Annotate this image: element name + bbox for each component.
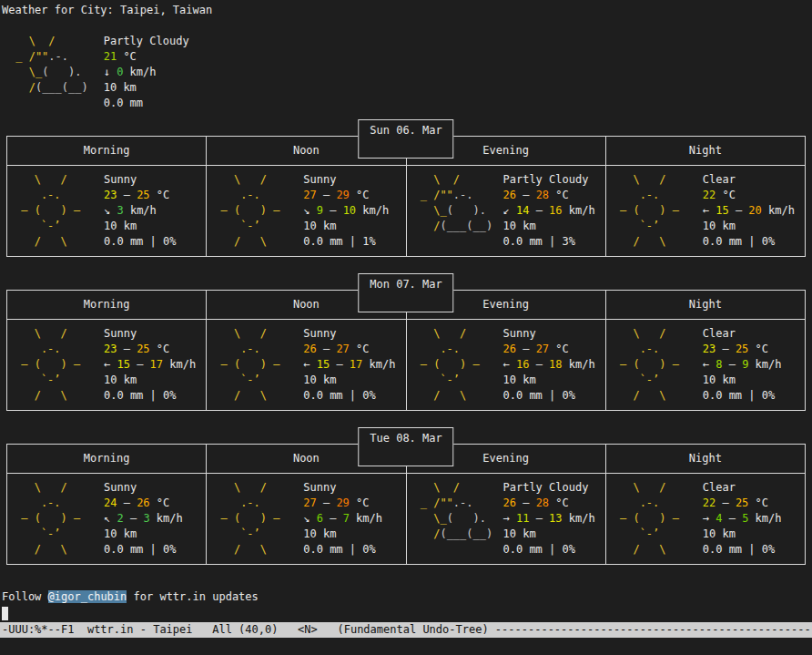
sunny-icon: \ / .-. – ( ) – `-’ / \: [214, 172, 296, 250]
forecast-row: \ / .-. – ( ) – `-’ / \ Sunny 23 – 25 °C…: [7, 166, 805, 256]
visibility-line: 10 km: [104, 373, 196, 388]
date-box: Sun 06. Mar: [358, 119, 453, 159]
visibility-line: 10 km: [104, 219, 176, 234]
temperature-line: 26 – 27 °C: [303, 342, 395, 357]
precipitation-line: 0.0 mm | 0%: [703, 388, 782, 404]
precipitation-line: 0.0 mm | 0%: [303, 542, 382, 558]
partly-cloudy-icon: \ / _ /"".-. \_( ). /(___(__): [9, 34, 88, 111]
condition-text: Sunny: [303, 326, 395, 342]
text-cursor: [2, 607, 8, 620]
forecast-cell-evening: \ / .-. – ( ) – `-’ / \ Sunny 26 – 27 °C…: [407, 320, 606, 410]
visibility-line: 10 km: [503, 219, 595, 234]
column-header-morning: Morning: [7, 445, 207, 473]
follow-line: Follow @igor_chubin for wttr.in updates: [2, 589, 810, 605]
precipitation-line: 0.0 mm | 3%: [503, 234, 595, 250]
weather-details: Clear 23 – 25 °C ← 8 – 9 km/h 10 km 0.0 …: [703, 326, 782, 404]
weather-details: Sunny 27 – 29 °C ↘ 9 – 10 km/h 10 km 0.0…: [303, 172, 389, 250]
clear-icon: \ / .-. – ( ) – `-’ / \: [614, 172, 695, 250]
temperature-line: 27 – 29 °C: [303, 496, 382, 511]
temperature-line: 22 °C: [703, 188, 795, 203]
weather-details: Clear 22 °C ← 15 – 20 km/h 10 km 0.0 mm …: [703, 172, 795, 250]
date-label: Sun 06. Mar: [370, 124, 442, 137]
date-label: Mon 07. Mar: [370, 278, 442, 291]
condition-text: Partly Cloudy: [104, 34, 189, 49]
precipitation-line: 0.0 mm | 0%: [104, 234, 176, 250]
column-header-night: Night: [606, 445, 805, 473]
temperature-line: 27 – 29 °C: [303, 188, 389, 203]
weather-details: Partly Cloudy 26 – 28 °C → 11 – 13 km/h …: [503, 480, 595, 558]
temperature-line: 26 – 27 °C: [503, 342, 595, 357]
visibility-line: 10 km: [703, 219, 795, 234]
forecast-cell-night: \ / .-. – ( ) – `-’ / \ Clear 22 °C ← 15…: [606, 166, 805, 256]
precipitation-line: 0.0 mm | 0%: [703, 234, 795, 250]
condition-text: Partly Cloudy: [503, 480, 595, 496]
weather-details: Sunny 26 – 27 °C ← 16 – 18 km/h 10 km 0.…: [503, 326, 595, 404]
sunny-icon: \ / .-. – ( ) – `-’ / \: [414, 326, 496, 404]
weather-details: Sunny 23 – 25 °C ↘ 3 km/h 10 km 0.0 mm |…: [104, 172, 176, 250]
wind-line: ← 15 – 17 km/h: [104, 357, 196, 373]
forecast-cell-noon: \ / .-. – ( ) – `-’ / \ Sunny 27 – 29 °C…: [207, 166, 406, 256]
condition-text: Clear: [703, 172, 795, 188]
emacs-modeline[interactable]: -UUU:%*--F1 wttr.in - Taipei All (40,0) …: [0, 622, 812, 638]
wind-line: → 11 – 13 km/h: [503, 511, 595, 527]
wind-line: ← 16 – 18 km/h: [503, 357, 595, 373]
sunny-icon: \ / .-. – ( ) – `-’ / \: [214, 326, 296, 404]
wind-line: ↘ 3 km/h: [104, 203, 176, 219]
weather-details: Sunny 24 – 26 °C ↖ 2 – 3 km/h 10 km 0.0 …: [104, 480, 183, 558]
precipitation-line: 0.0 mm | 0%: [104, 542, 183, 558]
echo-area: [0, 638, 812, 655]
date-box: Mon 07. Mar: [358, 273, 453, 312]
condition-text: Clear: [703, 326, 782, 342]
condition-text: Clear: [703, 480, 782, 496]
forecast-cell-morning: \ / .-. – ( ) – `-’ / \ Sunny 23 – 25 °C…: [7, 166, 207, 256]
current-details: Partly Cloudy 21 °C ↓ 0 km/h 10 km 0.0 m…: [104, 34, 189, 111]
clear-icon: \ / .-. – ( ) – `-’ / \: [614, 480, 695, 558]
column-header-night: Night: [606, 137, 805, 165]
forecast-day-mon-07-mar: Mon 07. Mar Morning Noon Evening Night \…: [2, 290, 810, 411]
precipitation-line: 0.0 mm | 0%: [703, 542, 782, 558]
visibility-line: 10 km: [104, 80, 189, 96]
temperature-line: 26 – 28 °C: [503, 496, 595, 511]
precipitation-line: 0.0 mm | 0%: [303, 388, 395, 404]
sunny-icon: \ / .-. – ( ) – `-’ / \: [15, 326, 96, 404]
terminal-screen[interactable]: Weather for City: Taipei, Taiwan \ / _ /…: [0, 0, 812, 620]
visibility-line: 10 km: [503, 373, 595, 388]
forecast-cell-noon: \ / .-. – ( ) – `-’ / \ Sunny 27 – 29 °C…: [207, 474, 406, 564]
column-header-morning: Morning: [7, 137, 207, 165]
weather-details: Sunny 26 – 27 °C ← 15 – 17 km/h 10 km 0.…: [303, 326, 395, 404]
condition-text: Sunny: [104, 326, 196, 342]
visibility-line: 10 km: [303, 219, 389, 234]
condition-text: Partly Cloudy: [503, 172, 595, 188]
partly-cloudy-icon: \ / _ /"".-. \_( ). /(___(__): [414, 172, 496, 250]
condition-text: Sunny: [303, 480, 382, 496]
forecast-cell-morning: \ / .-. – ( ) – `-’ / \ Sunny 23 – 25 °C…: [7, 320, 207, 410]
precipitation-line: 0.0 mm | 0%: [503, 388, 595, 404]
weather-details: Sunny 27 – 29 °C ↘ 6 – 7 km/h 10 km 0.0 …: [303, 480, 382, 558]
column-header-morning: Morning: [7, 291, 207, 319]
forecast-day-sun-06-mar: Sun 06. Mar Morning Noon Evening Night \…: [2, 136, 810, 257]
visibility-line: 10 km: [703, 527, 782, 542]
wind-line: ← 15 – 20 km/h: [703, 203, 795, 219]
forecast-cell-evening: \ / _ /"".-. \_( ). /(___(__) Partly Clo…: [407, 166, 606, 256]
forecast-day-tue-08-mar: Tue 08. Mar Morning Noon Evening Night \…: [2, 444, 810, 565]
wind-line: ← 15 – 17 km/h: [303, 357, 395, 373]
precipitation-line: 0.0 mm: [104, 96, 189, 111]
temperature-line: 26 – 28 °C: [503, 188, 595, 203]
condition-text: Sunny: [104, 172, 176, 188]
twitter-handle[interactable]: @igor_chubin: [48, 590, 127, 603]
weather-details: Partly Cloudy 26 – 28 °C ↙ 14 – 16 km/h …: [503, 172, 595, 250]
forecast-row: \ / .-. – ( ) – `-’ / \ Sunny 23 – 25 °C…: [7, 320, 805, 410]
visibility-line: 10 km: [104, 527, 183, 542]
date-box: Tue 08. Mar: [358, 427, 453, 466]
wind-line: ↘ 6 – 7 km/h: [303, 511, 382, 527]
forecast-cell-noon: \ / .-. – ( ) – `-’ / \ Sunny 26 – 27 °C…: [207, 320, 406, 410]
forecast-cell-morning: \ / .-. – ( ) – `-’ / \ Sunny 24 – 26 °C…: [7, 474, 207, 564]
clear-icon: \ / .-. – ( ) – `-’ / \: [614, 326, 695, 404]
weather-details: Clear 22 – 25 °C → 4 – 5 km/h 10 km 0.0 …: [703, 480, 782, 558]
temperature-line: 21 °C: [104, 49, 189, 65]
date-label: Tue 08. Mar: [370, 432, 442, 445]
wind-line: ↖ 2 – 3 km/h: [104, 511, 183, 527]
wind-line: ↙ 14 – 16 km/h: [503, 203, 595, 219]
condition-text: Sunny: [303, 172, 389, 188]
weather-details: Sunny 23 – 25 °C ← 15 – 17 km/h 10 km 0.…: [104, 326, 196, 404]
